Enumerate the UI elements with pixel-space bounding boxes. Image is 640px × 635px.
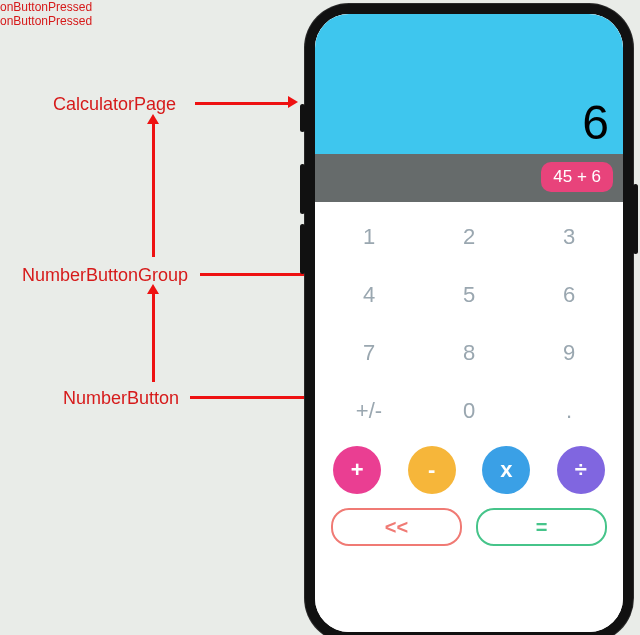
phone-side-button xyxy=(633,184,638,254)
key-4[interactable]: 4 xyxy=(319,266,419,324)
diagram-stage: CalculatorPage NumberButtonGroup NumberB… xyxy=(0,0,640,635)
arrowhead-callback-1 xyxy=(147,114,159,124)
arrow-callback-2 xyxy=(152,292,155,382)
key-8[interactable]: 8 xyxy=(419,324,519,382)
label-number-button: NumberButton xyxy=(63,388,179,409)
op-divide[interactable]: ÷ xyxy=(557,446,605,494)
display-value: 6 xyxy=(582,95,609,150)
expression-pill: 45 + 6 xyxy=(541,162,613,192)
key-2[interactable]: 2 xyxy=(419,208,519,266)
expression-bar: 45 + 6 xyxy=(315,154,623,202)
op-add[interactable]: + xyxy=(333,446,381,494)
key-0[interactable]: 0 xyxy=(419,382,519,440)
phone-frame: 9:21 6 45 + 6 1 2 3 4 xyxy=(305,4,633,635)
op-subtract[interactable]: - xyxy=(408,446,456,494)
key-6[interactable]: 6 xyxy=(519,266,619,324)
label-number-button-group: NumberButtonGroup xyxy=(22,265,188,286)
number-button-group: 1 2 3 4 5 6 7 8 9 +/- 0 . xyxy=(315,202,623,440)
equals-button[interactable]: = xyxy=(476,508,607,546)
key-3[interactable]: 3 xyxy=(519,208,619,266)
phone-screen: 9:21 6 45 + 6 1 2 3 4 xyxy=(315,14,623,632)
key-9[interactable]: 9 xyxy=(519,324,619,382)
phone-side-button xyxy=(300,224,305,274)
operator-row: + - x ÷ xyxy=(315,440,623,498)
arrowhead-to-calculator-page xyxy=(288,96,298,108)
backspace-button[interactable]: << xyxy=(331,508,462,546)
arrow-to-calculator-page xyxy=(195,102,290,105)
key-7[interactable]: 7 xyxy=(319,324,419,382)
key-1[interactable]: 1 xyxy=(319,208,419,266)
calculator-display: 6 xyxy=(315,14,623,154)
key-5[interactable]: 5 xyxy=(419,266,519,324)
arrowhead-callback-2 xyxy=(147,284,159,294)
op-multiply[interactable]: x xyxy=(482,446,530,494)
key-dot[interactable]: . xyxy=(519,382,619,440)
phone-side-button xyxy=(300,104,305,132)
key-sign[interactable]: +/- xyxy=(319,382,419,440)
arrow-callback-1 xyxy=(152,122,155,257)
phone-side-button xyxy=(300,164,305,214)
label-calculator-page: CalculatorPage xyxy=(53,94,176,115)
bottom-row: << = xyxy=(315,498,623,546)
